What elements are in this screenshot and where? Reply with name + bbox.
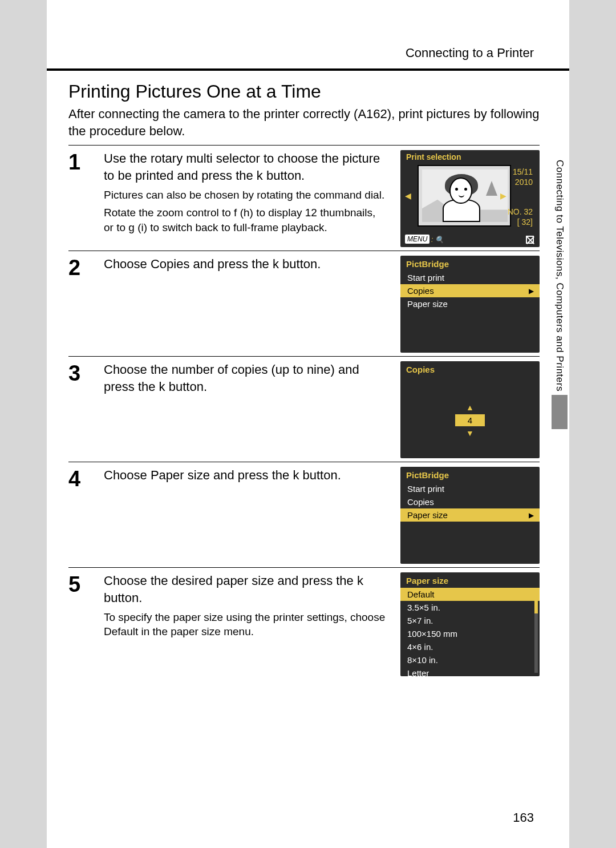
divider	[68, 356, 540, 357]
scrollbar	[534, 588, 538, 673]
paper-option-default: Default	[400, 588, 540, 601]
menu-item-start-print: Start print	[400, 482, 540, 495]
chevron-right-icon: ▶	[529, 287, 534, 295]
step-number: 1	[68, 150, 89, 173]
menu-item-paper-size: Paper size	[400, 297, 540, 310]
paper-option: 8×10 in.	[400, 653, 540, 667]
step-number: 2	[68, 256, 89, 278]
lcd-title: Copies	[400, 361, 540, 377]
page-number: 163	[513, 810, 534, 825]
scrollbar-thumb	[534, 588, 538, 613]
step-2: 2 Choose Copies and press the k button. …	[68, 256, 540, 353]
page-title: Printing Pictures One at a Time	[68, 81, 540, 102]
lcd-pictbridge: PictBridge Start print Copies▶ Paper siz…	[400, 256, 540, 353]
lcd-frame-no: NO. 32	[508, 207, 533, 216]
arrow-left-icon: ◀	[405, 191, 411, 200]
paper-option: 5×7 in.	[400, 614, 540, 627]
paper-option: 4×6 in.	[400, 640, 540, 653]
divider	[68, 251, 540, 251]
paper-option: Letter	[400, 667, 540, 676]
lcd-pictbridge: PictBridge Start print Copies Paper size…	[400, 467, 540, 564]
content: Printing Pictures One at a Time After co…	[47, 71, 569, 676]
step-3: 3 Choose the number of copies (up to nin…	[68, 361, 540, 458]
divider	[68, 145, 540, 146]
section-header: Connecting to a Printer	[47, 0, 569, 68]
portrait-illustration	[422, 169, 508, 222]
lcd-title: PictBridge	[400, 467, 540, 482]
step-main: Choose Paper size and press the k button…	[104, 467, 386, 484]
lcd-year: 2010	[515, 177, 533, 187]
lcd-count: [ 32]	[517, 217, 533, 227]
step-note: To specify the paper size using the prin…	[104, 610, 386, 639]
lcd-date: 15/11	[513, 167, 533, 176]
divider	[68, 567, 540, 568]
side-tab: Connecting to Televisions, Computers and…	[549, 160, 570, 429]
step-main: Choose Copies and press the k button.	[104, 256, 386, 273]
menu-item-label: Copies	[407, 286, 434, 296]
lcd-paper-size: Paper size Default 3.5×5 in. 5×7 in. 100…	[400, 572, 540, 676]
manual-page: Connecting to a Printer Printing Picture…	[47, 0, 569, 848]
menu-item-label: Paper size	[407, 510, 448, 520]
zoom-icon: : 🔍	[431, 236, 444, 244]
divider	[68, 462, 540, 462]
menu-item-copies: Copies▶	[400, 284, 540, 297]
paper-option: 100×150 mm	[400, 627, 540, 640]
side-tab-marker	[552, 395, 568, 429]
step-number: 3	[68, 361, 89, 384]
step-1: 1 Use the rotary multi selector to choos…	[68, 150, 540, 247]
arrow-up-icon: ▲	[400, 403, 540, 412]
lcd-copies: Copies ▲ 4 ▼	[400, 361, 540, 458]
step-number: 4	[68, 467, 89, 490]
intro-text: After connecting the camera to the print…	[68, 106, 540, 139]
lcd-print-selection: Print selection ◀ ▶ 15/11 2010 NO. 32 [ …	[400, 150, 540, 247]
side-chapter-label: Connecting to Televisions, Computers and…	[554, 160, 565, 391]
lcd-title: PictBridge	[400, 256, 540, 271]
close-icon	[526, 236, 534, 244]
lcd-title: Print selection	[406, 152, 461, 161]
step-note: Rotate the zoom control to f (h) to disp…	[104, 205, 386, 235]
step-note: Pictures can also be chosen by rotating …	[104, 188, 386, 203]
menu-label: MENU	[405, 235, 429, 244]
menu-item-paper-size: Paper size▶	[400, 508, 540, 522]
step-5: 5 Choose the desired paper size and pres…	[68, 572, 540, 676]
lcd-title: Paper size	[400, 572, 540, 588]
step-main: Use the rotary multi selector to choose …	[104, 150, 386, 184]
chevron-right-icon: ▶	[529, 511, 534, 519]
menu-item-start-print: Start print	[400, 271, 540, 284]
thumbnail-frame	[418, 165, 511, 227]
arrow-right-icon: ▶	[500, 191, 506, 200]
step-4: 4 Choose Paper size and press the k butt…	[68, 467, 540, 564]
step-main: Choose the desired paper size and press …	[104, 572, 386, 606]
paper-option: 3.5×5 in.	[400, 601, 540, 614]
step-main: Choose the number of copies (up to nine)…	[104, 361, 386, 395]
menu-item-copies: Copies	[400, 495, 540, 508]
copies-value: 4	[455, 414, 485, 426]
step-number: 5	[68, 572, 89, 595]
arrow-down-icon: ▼	[400, 429, 540, 438]
